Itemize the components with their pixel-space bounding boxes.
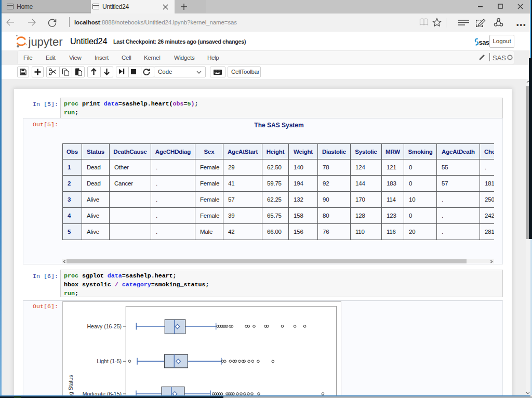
svg-text:Heavy (16-25): Heavy (16-25): [87, 323, 122, 329]
svg-text:Light (1-5): Light (1-5): [97, 358, 122, 364]
svg-text:Smoking Status: Smoking Status: [68, 375, 74, 398]
svg-text:jupyter: jupyter: [28, 35, 63, 48]
svg-text:sas: sas: [479, 38, 489, 46]
